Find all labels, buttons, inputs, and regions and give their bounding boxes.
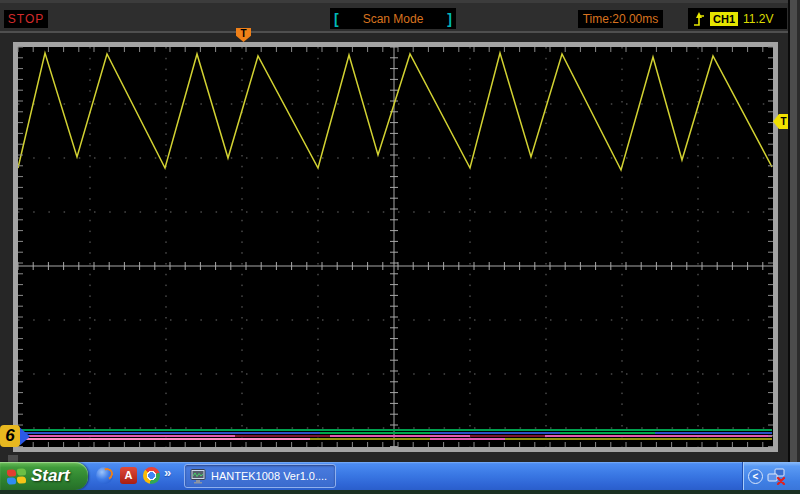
- pdf-reader-icon[interactable]: A: [120, 467, 137, 484]
- hantek-scope-window: STOP [ Scan Mode ] Time:20.00ms CH1 11.2…: [0, 0, 800, 494]
- scope-display: [13, 42, 778, 452]
- channel-badge: CH1: [710, 12, 738, 26]
- hantek-task-label: HANTEK1008 Ver1.0....: [211, 470, 327, 482]
- trigger-readout-box: CH1 11.2V: [688, 8, 787, 29]
- tray-collapse-chevron[interactable]: <: [748, 469, 763, 484]
- rising-edge-trigger-icon: [693, 11, 705, 27]
- trigger-position-marker[interactable]: T: [236, 28, 251, 42]
- hantek-task-button[interactable]: HANTEK1008 Ver1.0....: [184, 464, 336, 488]
- timebase-label: Time:20.00ms: [583, 12, 659, 26]
- trigger-position-letter: T: [240, 28, 246, 39]
- timebase-box: Time:20.00ms: [578, 10, 663, 28]
- quick-launch-overflow-chevron[interactable]: »: [164, 465, 171, 480]
- chrome-icon[interactable]: [143, 467, 160, 484]
- scope-status-bar: STOP [ Scan Mode ] Time:20.00ms CH1 11.2…: [0, 0, 800, 31]
- internet-icon[interactable]: [96, 467, 113, 484]
- start-button[interactable]: Start: [0, 462, 88, 490]
- system-tray: <: [742, 462, 800, 490]
- window-bottom-notch: [8, 455, 18, 462]
- monitor-icon: [190, 469, 206, 484]
- trigger-level-letter: T: [780, 116, 786, 127]
- network-disconnected-icon[interactable]: [766, 468, 786, 485]
- acquisition-status-box: STOP: [4, 10, 48, 28]
- screen-bottom-strip: [0, 490, 800, 494]
- channel-6-marker[interactable]: 6: [0, 424, 30, 448]
- scan-mode-box: [ Scan Mode ]: [330, 8, 456, 29]
- channel-6-number: 6: [0, 425, 20, 447]
- scan-mode-label: Scan Mode: [339, 12, 448, 26]
- start-label: Start: [31, 466, 70, 486]
- window-right-border: [790, 0, 797, 462]
- panel-divider: [0, 31, 800, 33]
- scan-bracket-right: ]: [447, 11, 452, 27]
- trigger-voltage-label: 11.2V: [743, 12, 773, 26]
- windows-logo-icon: [7, 468, 26, 485]
- stop-label: STOP: [8, 12, 44, 26]
- taskbar: Start A » HANTEK1008 Ver1.0.... <: [0, 462, 800, 490]
